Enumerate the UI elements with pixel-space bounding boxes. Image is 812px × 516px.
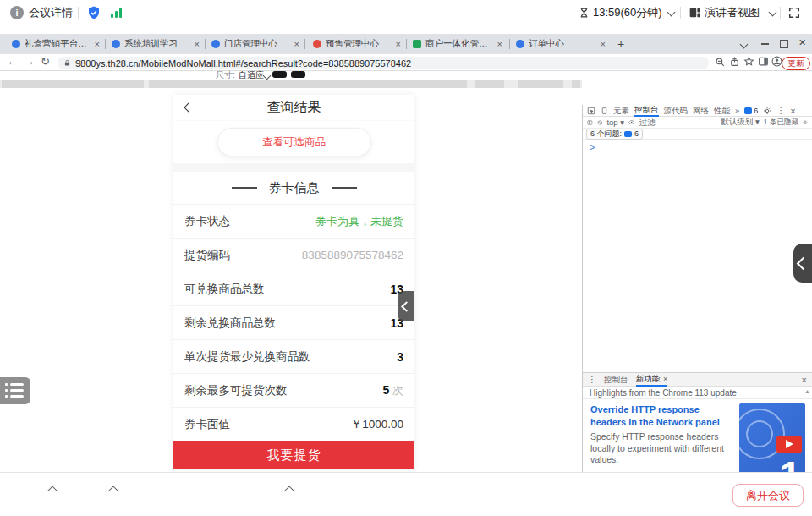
tab-favicon <box>313 40 321 48</box>
tab-close-icon[interactable]: × <box>294 39 299 49</box>
issues-icon <box>624 131 632 137</box>
browser-tab[interactable]: 系统培训学习 × <box>107 34 205 54</box>
devtools-settings-icon[interactable] <box>763 107 771 115</box>
browser-tab[interactable]: 预售管理中心 × <box>308 34 406 54</box>
view-mode-label[interactable]: 演讲者视图 <box>705 0 760 25</box>
tab-separator <box>105 39 106 49</box>
tab-close-icon[interactable]: × <box>497 39 502 49</box>
drawer-tabbar: ⋮ 控制台 新功能 × × <box>583 373 812 387</box>
tab-close-icon[interactable]: × <box>396 39 401 49</box>
scroll-up-icon[interactable]: ▲ <box>804 388 810 394</box>
view-products-button[interactable]: 查看可选商品 <box>217 128 371 156</box>
tab-close-icon[interactable]: × <box>195 39 200 49</box>
leave-meeting-button[interactable]: 离开会议 <box>732 484 804 507</box>
whatsnew-link[interactable]: Override HTTP response headers in the Ne… <box>590 403 732 428</box>
youtube-play-icon[interactable] <box>776 436 802 453</box>
browser-tab[interactable]: 订单中心 × <box>511 34 611 54</box>
list-panel-toggle[interactable] <box>0 377 30 404</box>
devtools-tab-network[interactable]: 网络 <box>693 105 709 116</box>
pickup-cta-button[interactable]: 我要提货 <box>173 441 414 469</box>
security-shield-icon[interactable] <box>86 5 102 20</box>
devtools-panel: 元素 控制台 源代码 网络 性能 » 6 ⋮ × top ▾ 默认级别 ▾ 1 … <box>582 105 812 506</box>
info-row: 剩余最多可提货次数 5 次 <box>173 373 414 407</box>
tab-close-icon[interactable]: × <box>95 39 100 49</box>
tab-favicon <box>112 40 120 48</box>
tab-title: 系统培训学习 <box>124 38 190 50</box>
console-sidebar-icon[interactable] <box>587 118 593 127</box>
clear-console-icon[interactable] <box>597 118 603 127</box>
side-panel-handle[interactable] <box>793 244 812 283</box>
back-icon[interactable]: ← <box>7 56 18 68</box>
section-header: 券卡信息 <box>173 172 414 204</box>
row-value-suffix: 次 <box>389 384 403 397</box>
devtools-tab-elements[interactable]: 元素 <box>613 105 629 116</box>
issues-count-badge[interactable]: 6 <box>744 107 758 115</box>
forward-icon[interactable]: → <box>24 56 35 68</box>
side-panel-icon[interactable] <box>758 56 769 67</box>
device-toolbar-button[interactable] <box>291 71 305 78</box>
meeting-timer[interactable]: 13:59(60分钟) <box>593 0 662 25</box>
profile-avatar-icon[interactable] <box>771 56 782 67</box>
inspect-icon[interactable] <box>587 107 595 115</box>
zoom-level-icon[interactable] <box>715 57 726 68</box>
devtools-tab-sources[interactable]: 源代码 <box>664 105 689 116</box>
tab-title: 门店管理中心 <box>224 38 290 50</box>
context-selector[interactable]: top ▾ <box>606 118 624 127</box>
drawer-close-icon[interactable]: × <box>802 375 807 385</box>
new-tab-button[interactable]: + <box>617 37 624 51</box>
devtools-tab-performance[interactable]: 性能 <box>714 105 730 116</box>
divider <box>680 7 681 19</box>
devtools-close-icon[interactable]: × <box>790 106 795 116</box>
timer-caret-icon[interactable] <box>667 8 676 17</box>
log-level-selector[interactable]: 默认级别 ▾ <box>721 117 759 128</box>
share-page-icon[interactable] <box>729 56 740 68</box>
device-size-select[interactable]: 自适应 <box>239 71 264 80</box>
devtools-tabbar: 元素 控制台 源代码 网络 性能 » 6 ⋮ × <box>583 105 812 117</box>
browser-tab[interactable]: 商户一体化管理平台 × <box>408 34 508 54</box>
meeting-info-icon[interactable]: i <box>10 6 24 19</box>
console-settings-icon[interactable] <box>803 118 808 126</box>
console-filter-input[interactable] <box>639 118 716 127</box>
browser-tab[interactable]: 礼盒营销平台管理中心 × <box>7 34 105 54</box>
address-bar[interactable]: 9800ys.th28.cn/MobileModNoMall.html#/sea… <box>58 57 709 69</box>
reload-icon[interactable]: ↻ <box>41 56 50 68</box>
view-products-area: 查看可选商品 <box>173 121 414 163</box>
divider <box>78 7 79 19</box>
tab-search-icon[interactable] <box>740 41 749 49</box>
whatsnew-close-icon[interactable]: × <box>663 373 667 385</box>
drawer-tab-whatsnew[interactable]: 新功能 × <box>636 373 668 387</box>
device-mode-icon[interactable] <box>601 107 608 115</box>
chrome-update-button[interactable]: 更新 <box>782 57 810 70</box>
mobile-navbar: 查询结果 <box>173 95 414 121</box>
row-label: 提货编码 <box>184 248 230 263</box>
issues-pill[interactable]: 6 个问题: 6 <box>586 129 643 140</box>
info-row: 剩余兑换商品总数 13 <box>173 305 414 339</box>
window-close-button[interactable]: ✕ <box>798 37 806 48</box>
whatsnew-header: Highlights from the Chrome 113 update <box>583 387 812 399</box>
console-prompt[interactable]: > <box>590 142 595 152</box>
network-signal-icon <box>110 7 123 19</box>
section-title: 券卡信息 <box>269 180 320 196</box>
window-minimize-button[interactable] <box>761 43 769 45</box>
more-tabs-icon[interactable]: » <box>735 106 739 115</box>
live-expression-eye-icon[interactable] <box>628 118 634 126</box>
tab-separator <box>509 39 510 49</box>
browser-tab[interactable]: 门店管理中心 × <box>206 34 304 54</box>
view-caret-icon[interactable] <box>769 8 777 17</box>
bookmark-star-icon[interactable] <box>743 56 754 67</box>
drawer-menu-icon[interactable]: ⋮ <box>588 375 596 384</box>
tab-favicon <box>516 40 524 48</box>
info-row: 券卡状态 券卡为真，未提货 <box>173 204 414 238</box>
row-label: 可兑换商品总数 <box>184 282 265 297</box>
tab-close-icon[interactable]: × <box>601 39 606 49</box>
device-toolbar-button[interactable] <box>272 71 287 78</box>
devtools-tab-console[interactable]: 控制台 <box>634 104 659 117</box>
device-size-label: 尺寸: <box>216 71 235 80</box>
collapse-handle[interactable] <box>398 291 414 321</box>
meeting-details-label[interactable]: 会议详情 <box>29 0 73 25</box>
window-maximize-button[interactable] <box>780 40 788 48</box>
fullscreen-icon[interactable] <box>788 7 800 19</box>
drawer-tab-console[interactable]: 控制台 <box>604 374 628 386</box>
console-toolbar: top ▾ 默认级别 ▾ 1 条已隐藏 <box>583 117 812 129</box>
devtools-menu-icon[interactable]: ⋮ <box>776 106 785 115</box>
